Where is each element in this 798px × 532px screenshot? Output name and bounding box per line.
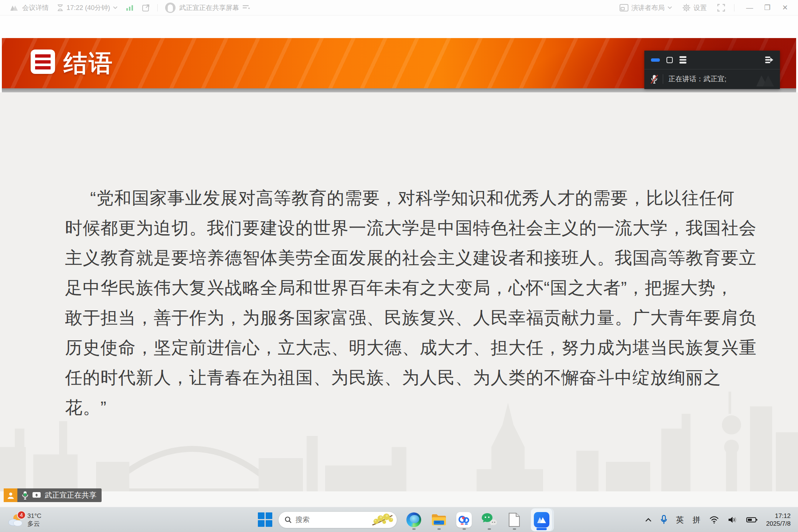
toolbar-divider bbox=[157, 4, 158, 11]
folder-icon bbox=[431, 513, 447, 526]
start-button[interactable] bbox=[258, 512, 272, 527]
minimize-button[interactable]: — bbox=[743, 4, 756, 12]
taskbar-app-tencent-meeting[interactable] bbox=[531, 508, 552, 531]
network-signal-icon[interactable] bbox=[126, 5, 133, 11]
paragraph-line: 时候都更为迫切。我们要建设的世界一流大学是中国特色社会主义的一流大学，我国社会 bbox=[65, 213, 737, 243]
paragraph-line: 历史使命，坚定前进信心，立大志、明大德、成大才、担大任，努力成为堪当民族复兴重 bbox=[65, 332, 737, 362]
panel-list-mode-icon[interactable] bbox=[679, 56, 686, 64]
weather-widget[interactable]: 4 31°C 多云 bbox=[0, 512, 89, 528]
search-highlight-flower-icon bbox=[369, 512, 395, 527]
notification-badge: 4 bbox=[17, 511, 26, 519]
layout-switch-button[interactable]: 演讲者布局 bbox=[620, 3, 672, 12]
settings-label: 设置 bbox=[693, 3, 707, 12]
layout-icon bbox=[620, 4, 628, 11]
baidu-netdisk-icon bbox=[458, 515, 470, 525]
taskbar-app-notepad[interactable] bbox=[506, 509, 523, 531]
meeting-toolbar: 会议详情 17:22 (40分钟) 武正宜正在共享屏幕 演讲 bbox=[0, 0, 798, 16]
windows-taskbar: 4 31°C 多云 搜索 bbox=[0, 507, 798, 532]
person-icon bbox=[7, 491, 15, 499]
battery-icon[interactable] bbox=[746, 517, 757, 523]
panel-divider bbox=[663, 74, 663, 84]
weather-condition: 多云 bbox=[27, 520, 41, 528]
slide-body: “党和国家事业发展对高等教育的需要，对科学知识和优秀人才的需要，比以往任何 时候… bbox=[0, 92, 798, 507]
meeting-watermark-icon bbox=[754, 72, 776, 87]
ime-english-indicator[interactable]: 英 bbox=[676, 515, 684, 525]
paragraph-line: 花。” bbox=[65, 392, 737, 422]
paragraph-line: “党和国家事业发展对高等教育的需要，对科学知识和优秀人才的需要，比以往任何 bbox=[65, 183, 737, 213]
volume-icon[interactable] bbox=[728, 516, 737, 524]
sharing-indicator-text: 武正宜正在共享 bbox=[45, 490, 96, 500]
taskbar-clock[interactable]: 17:12 2025/7/8 bbox=[766, 512, 791, 528]
hourglass-icon bbox=[57, 4, 64, 11]
wechat-icon bbox=[481, 513, 497, 527]
sharing-indicator[interactable]: 武正宜正在共享 bbox=[4, 488, 102, 502]
sharer-avatar bbox=[165, 3, 175, 13]
chapter-list-icon bbox=[31, 50, 55, 74]
sharer-menu-icon[interactable] bbox=[243, 5, 250, 11]
close-button[interactable]: ✕ bbox=[779, 3, 791, 12]
taskbar-app-baidu-netdisk[interactable] bbox=[456, 509, 473, 531]
mic-muted-icon[interactable] bbox=[650, 74, 658, 84]
screen-share-icon bbox=[32, 492, 41, 499]
mic-active-icon bbox=[22, 491, 28, 500]
meeting-bottom-strip bbox=[0, 491, 798, 507]
sharer-avatar-orange bbox=[4, 488, 17, 502]
slide-title: 结语 bbox=[64, 47, 114, 79]
tray-expand-chevron-icon[interactable] bbox=[645, 518, 652, 522]
taskbar-app-wechat[interactable] bbox=[481, 509, 498, 531]
slide-paragraph: “党和国家事业发展对高等教育的需要，对科学知识和优秀人才的需要，比以往任何 时候… bbox=[65, 183, 737, 422]
open-external-icon[interactable] bbox=[142, 4, 150, 12]
timer-label: 17:22 (40分钟) bbox=[66, 3, 110, 12]
document-icon bbox=[508, 512, 521, 527]
settings-button[interactable]: 设置 bbox=[682, 3, 707, 12]
tencent-meeting-icon bbox=[537, 516, 546, 524]
panel-window-mode-icon[interactable] bbox=[666, 57, 673, 63]
clock-date: 2025/7/8 bbox=[766, 520, 791, 527]
chevron-down-icon bbox=[668, 6, 672, 9]
chevron-down-icon bbox=[113, 6, 117, 9]
toolbar-divider bbox=[734, 4, 734, 11]
search-icon bbox=[284, 516, 292, 524]
sharer-status-text: 武正宜正在共享屏幕 bbox=[179, 3, 239, 12]
shared-screen-slide: 结语 “党和国家事业发展对高等教育的需要，对科学知识和优秀人才的需要，比以往任何 bbox=[0, 16, 798, 507]
search-input[interactable]: 搜索 bbox=[278, 511, 397, 528]
panel-minimize-icon[interactable] bbox=[651, 58, 660, 62]
speaking-status-text: 正在讲话：武正宜; bbox=[668, 74, 726, 84]
weather-temperature: 31°C bbox=[27, 512, 41, 520]
paragraph-line: 主义教育就是要培养德智体美劳全面发展的社会主义建设者和接班人。我国高等教育要立 bbox=[65, 243, 737, 273]
paragraph-line: 足中华民族伟大复兴战略全局和世界百年未有之大变局，心怀“国之大者”，把握大势， bbox=[65, 273, 737, 303]
taskbar-app-edge[interactable] bbox=[405, 509, 422, 531]
fullscreen-button[interactable] bbox=[717, 4, 725, 12]
tencent-meeting-logo-icon bbox=[10, 4, 18, 11]
paragraph-line: 任的时代新人，让青春在为祖国、为民族、为人民、为人类的不懈奋斗中绽放绚丽之 bbox=[65, 362, 737, 392]
tray-mic-icon[interactable] bbox=[661, 515, 667, 525]
clock-time: 17:12 bbox=[775, 512, 791, 519]
taskbar-app-file-explorer[interactable] bbox=[430, 509, 447, 531]
floating-speaker-panel: 正在讲话：武正宜; bbox=[644, 51, 780, 89]
panel-collapse-icon[interactable] bbox=[765, 57, 773, 63]
paragraph-line: 敢于担当，善于作为，为服务国家富强、民族复兴、人民幸福贡献力量。广大青年要肩负 bbox=[65, 303, 737, 332]
wifi-icon[interactable] bbox=[709, 516, 719, 524]
meeting-details-label: 会议详情 bbox=[22, 3, 49, 12]
meeting-timer[interactable]: 17:22 (40分钟) bbox=[57, 3, 117, 12]
edge-icon bbox=[406, 512, 421, 527]
ime-pinyin-indicator[interactable]: 拼 bbox=[693, 515, 700, 525]
search-placeholder: 搜索 bbox=[296, 515, 366, 525]
gear-icon bbox=[682, 4, 690, 12]
layout-label: 演讲者布局 bbox=[631, 3, 665, 12]
maximize-button[interactable]: ❐ bbox=[761, 3, 774, 12]
meeting-details-button[interactable]: 会议详情 bbox=[22, 3, 49, 12]
